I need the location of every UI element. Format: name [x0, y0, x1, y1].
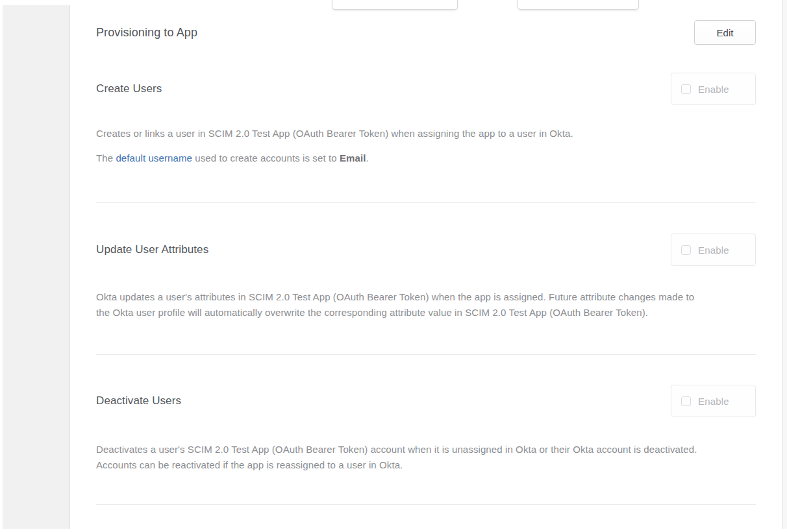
section-title: Create Users [96, 82, 162, 95]
section-create-users: Create Users Enable [96, 73, 756, 105]
cutoff-input-right[interactable] [518, 0, 639, 10]
right-panel-edge [782, 0, 787, 529]
section-title: Deactivate Users [96, 394, 181, 407]
panel-header: Provisioning to App Edit [96, 20, 756, 45]
cutoff-input-left[interactable] [332, 0, 458, 10]
enable-toggle-create-users[interactable]: Enable [671, 73, 756, 105]
section-title: Update User Attributes [96, 243, 208, 256]
edit-button[interactable]: Edit [694, 20, 756, 45]
section-deactivate-users: Deactivate Users Enable [96, 385, 756, 417]
enable-label: Enable [698, 84, 729, 95]
create-users-description: Creates or links a user in SCIM 2.0 Test… [96, 126, 710, 141]
default-username-link[interactable]: default username [116, 152, 192, 163]
text-segment: used to create accounts is set to [192, 152, 340, 163]
enable-toggle-update-attributes[interactable]: Enable [671, 234, 756, 266]
section-divider [96, 504, 756, 505]
deactivate-users-description: Deactivates a user's SCIM 2.0 Test App (… [96, 442, 710, 473]
enable-checkbox[interactable] [681, 84, 691, 94]
enable-label: Enable [698, 396, 729, 407]
update-attributes-description: Okta updates a user's attributes in SCIM… [96, 289, 710, 320]
text-segment: The [96, 152, 116, 163]
section-update-user-attributes: Update User Attributes Enable [96, 234, 756, 266]
username-value: Email [340, 152, 366, 163]
left-nav-rail [3, 5, 70, 529]
default-username-line: The default username used to create acco… [96, 151, 710, 166]
section-divider [96, 202, 756, 203]
enable-checkbox[interactable] [681, 245, 691, 255]
enable-checkbox[interactable] [681, 396, 691, 406]
enable-toggle-deactivate-users[interactable]: Enable [671, 385, 756, 417]
page-title: Provisioning to App [96, 26, 197, 40]
enable-label: Enable [698, 245, 729, 256]
provisioning-panel: Provisioning to App Edit Create Users En… [70, 0, 782, 529]
section-divider [96, 354, 756, 355]
text-segment: . [366, 152, 368, 163]
